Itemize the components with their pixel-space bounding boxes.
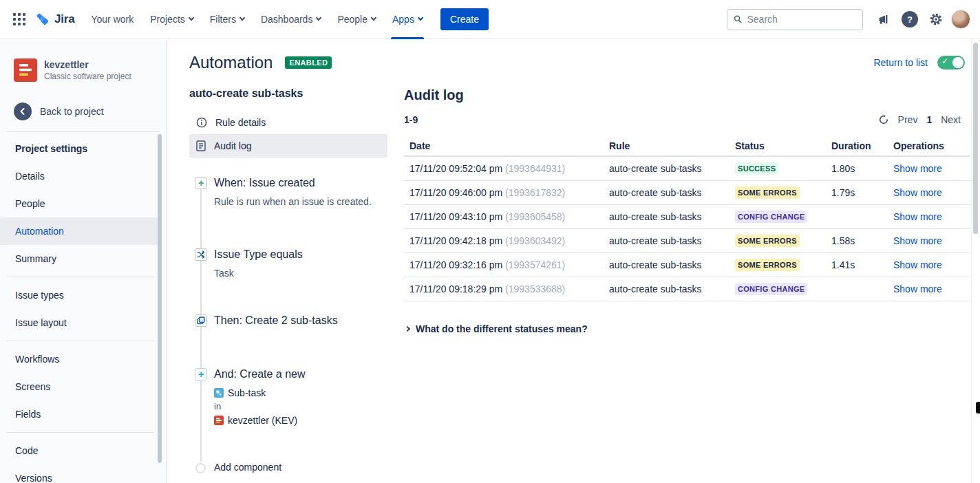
nav-your-work[interactable]: Your work — [83, 0, 142, 39]
sidebar-item-summary[interactable]: Summary — [0, 245, 158, 272]
date-cell: 17/11/20 09:46:00 pm (1993617832) — [404, 187, 604, 198]
operations-cell: Show more — [888, 283, 970, 294]
operations-cell: Show more — [888, 259, 970, 270]
sidebar-divider — [7, 131, 160, 132]
nav-label: People — [337, 14, 368, 25]
status-cell: SOME ERRORS — [729, 235, 826, 247]
jira-logo[interactable]: Jira — [36, 12, 74, 27]
page-scrollbar-track[interactable] — [971, 39, 980, 483]
rule-cell: auto-create sub-tasks — [604, 259, 729, 270]
page-scrollbar-thumb[interactable] — [973, 43, 978, 234]
audit-meta-row: 1-9 Prev 1 Next — [404, 114, 970, 125]
timeline-condition[interactable]: Issue Type equals Task — [189, 247, 387, 280]
prev-page-button[interactable]: Prev — [898, 114, 918, 125]
sidebar-item-issue-types[interactable]: Issue types — [0, 281, 158, 309]
duration-cell: 1.79s — [826, 187, 888, 198]
megaphone-icon — [877, 12, 891, 26]
duration-cell: 1.80s — [826, 163, 888, 174]
chevron-down-icon — [371, 15, 376, 21]
status-badge: CONFIG CHANGE — [735, 211, 807, 223]
chevron-down-icon — [189, 15, 194, 21]
tab-rule-details[interactable]: Rule details — [189, 111, 387, 134]
nav-apps[interactable]: Apps — [384, 0, 431, 39]
automation-main: Automation ENABLED Return to list ✓ auto… — [167, 39, 980, 483]
sidebar-scrollbar[interactable] — [158, 134, 162, 463]
global-search[interactable] — [727, 9, 863, 30]
and-title: And: Create a new — [214, 367, 387, 382]
next-page-button[interactable]: Next — [941, 114, 961, 125]
user-avatar[interactable] — [951, 10, 970, 29]
show-more-link[interactable]: Show more — [893, 187, 942, 198]
nav-people[interactable]: People — [329, 0, 384, 39]
status-cell: CONFIG CHANGE — [729, 211, 826, 223]
sidebar-item-automation[interactable]: Automation — [0, 217, 158, 245]
timeline-then-action[interactable]: Then: Create 2 sub-tasks — [189, 313, 387, 328]
rule-name: auto-create sub-tasks — [189, 87, 387, 100]
duration-cell: 1.58s — [826, 235, 888, 246]
rule-cell: auto-create sub-tasks — [604, 211, 729, 222]
sidebar-item-fields[interactable]: Fields — [0, 400, 158, 428]
clone-pages-icon — [195, 314, 207, 327]
create-button[interactable]: Create — [440, 8, 489, 30]
rule-enabled-toggle[interactable]: ✓ — [937, 56, 965, 69]
back-to-project[interactable]: Back to project — [0, 103, 167, 120]
audit-log-panel: Audit log 1-9 Prev 1 Next — [404, 87, 970, 473]
sidebar-item-code[interactable]: Code — [0, 437, 158, 464]
timeline-and-action[interactable]: + And: Create a new Sub-task in — [189, 367, 387, 427]
show-more-link[interactable]: Show more — [893, 163, 942, 174]
show-more-link[interactable]: Show more — [893, 283, 942, 294]
nav-filters[interactable]: Filters — [202, 0, 253, 39]
timeline-when-trigger[interactable]: + When: Issue created Rule is run when a… — [189, 175, 387, 208]
row-id: (1993603492) — [505, 235, 565, 246]
show-more-link[interactable]: Show more — [893, 259, 942, 270]
help-button[interactable]: ? — [899, 8, 921, 30]
tab-audit-log[interactable]: Audit log — [189, 134, 387, 158]
condition-title: Issue Type equals — [214, 247, 387, 262]
sidebar-item-versions[interactable]: Versions — [0, 464, 158, 483]
nav-dashboards[interactable]: Dashboards — [253, 0, 330, 39]
add-component-circle-icon — [195, 463, 206, 473]
nav-projects[interactable]: Projects — [142, 0, 202, 39]
col-rule: Rule — [604, 140, 729, 151]
table-row: 17/11/20 09:46:00 pm (1993617832) auto-c… — [404, 181, 970, 205]
nav-label: Projects — [150, 14, 185, 25]
show-more-link[interactable]: Show more — [893, 235, 942, 246]
rule-cell: auto-create sub-tasks — [604, 283, 729, 294]
content-area: kevzettler Classic software project Back… — [0, 39, 980, 483]
duration-cell: 1.41s — [826, 259, 888, 270]
screen-edge-tab[interactable] — [976, 402, 980, 414]
audit-table: Date Rule Status Duration Operations 17/… — [404, 136, 970, 301]
table-header-row: Date Rule Status Duration Operations — [404, 136, 970, 157]
operations-cell: Show more — [888, 187, 970, 198]
add-component-button[interactable]: Add component — [189, 462, 387, 473]
show-more-link[interactable]: Show more — [893, 211, 942, 222]
rule-cell: auto-create sub-tasks — [604, 163, 729, 174]
sidebar-item-workflows[interactable]: Workflows — [0, 345, 158, 373]
and-issue-type-row: Sub-task — [214, 386, 387, 400]
announcement-button[interactable] — [873, 8, 895, 30]
return-to-list-link[interactable]: Return to list — [873, 57, 928, 68]
jira-logo-icon — [36, 12, 50, 27]
sidebar-item-screens[interactable]: Screens — [0, 373, 158, 400]
row-date: 17/11/20 09:32:16 pm — [409, 259, 502, 270]
refresh-icon[interactable] — [878, 114, 889, 125]
project-avatar — [14, 58, 37, 82]
audit-log-icon — [196, 140, 206, 151]
app-switcher-grid-icon[interactable] — [8, 8, 30, 30]
sidebar-item-details[interactable]: Details — [0, 162, 158, 190]
grid-icon — [13, 13, 25, 25]
table-row: 17/11/20 09:42:18 pm (1993603492) auto-c… — [404, 229, 970, 253]
chevron-down-icon — [316, 15, 321, 21]
jira-automation-page: Jira Your work Projects Filters Dashboar… — [0, 0, 980, 483]
current-page[interactable]: 1 — [926, 114, 932, 125]
search-input[interactable] — [747, 14, 856, 25]
table-row: 17/11/20 09:43:10 pm (1993605458) auto-c… — [404, 205, 970, 229]
project-name: kevzettler — [44, 59, 131, 70]
settings-button[interactable] — [925, 8, 947, 30]
statuses-expander[interactable]: What do the different statuses mean? — [404, 323, 970, 334]
nav-label: Filters — [210, 14, 236, 25]
when-title: When: Issue created — [214, 175, 387, 191]
main-body: auto-create sub-tasks Rule details — [189, 87, 970, 473]
sidebar-item-issue-layout[interactable]: Issue layout — [0, 309, 158, 336]
sidebar-item-people[interactable]: People — [0, 190, 158, 217]
